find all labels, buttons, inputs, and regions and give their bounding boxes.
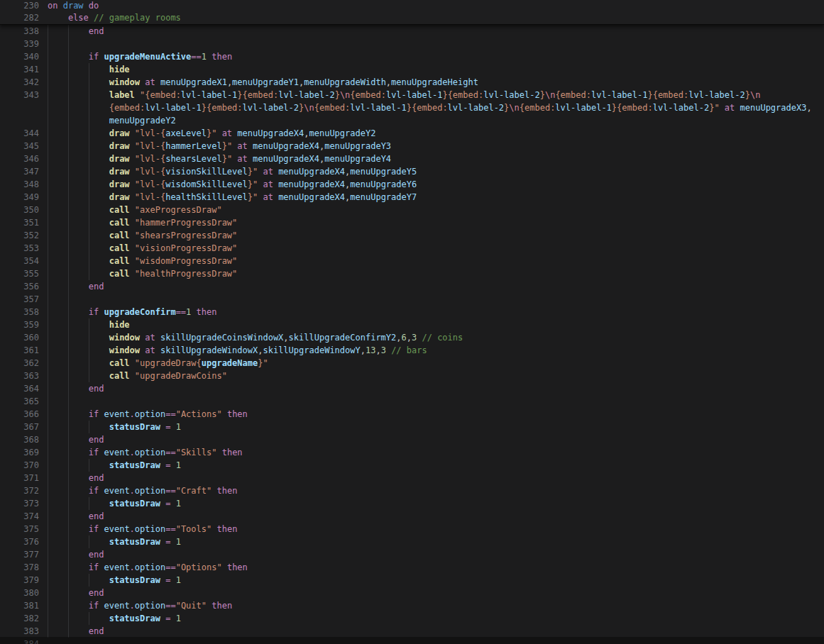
code-line[interactable]: 369if event.option=="Skills" then <box>0 446 824 459</box>
code-line-content[interactable]: end <box>48 625 824 638</box>
line-number[interactable]: 338 <box>0 25 39 38</box>
code-line[interactable]: 348draw "lvl-{wisdomSkillLevel}" at menu… <box>0 178 824 191</box>
code-line-content[interactable]: {embed:lvl-label-1}{embed:lvl-label-2}\n… <box>48 101 824 114</box>
code-line-content[interactable] <box>48 395 824 408</box>
code-line[interactable]: 361window at skillUpgradeWindowX,skillUp… <box>0 344 824 357</box>
code-line-content[interactable] <box>48 293 824 306</box>
line-number[interactable]: 361 <box>0 344 39 357</box>
code-line[interactable]: 376statusDraw = 1 <box>0 535 824 548</box>
code-line-content[interactable]: draw "lvl-{healthSkillLevel}" at menuUpg… <box>48 191 824 204</box>
code-line[interactable]: 355call "healthProgressDraw" <box>0 267 824 280</box>
line-number[interactable]: 351 <box>0 216 39 229</box>
code-line-content[interactable]: call "upgradeDrawCoins" <box>48 370 824 382</box>
code-line-content[interactable]: on draw do <box>48 0 824 12</box>
line-number[interactable]: 342 <box>0 76 39 89</box>
code-line-content[interactable]: if event.option=="Skills" then <box>48 446 824 459</box>
code-line[interactable]: 353call "visionProgressDraw" <box>0 242 824 255</box>
code-line[interactable]: 365 <box>0 395 824 408</box>
line-number[interactable]: 282 <box>0 12 39 24</box>
code-line[interactable]: 364end <box>0 382 824 395</box>
line-number[interactable]: 358 <box>0 306 39 318</box>
code-line-content[interactable]: window at skillUpgradeCoinsWindowX,skill… <box>48 331 824 344</box>
code-line-content[interactable]: statusDraw = 1 <box>48 421 824 433</box>
code-line[interactable]: 381if event.option=="Quit" then <box>0 599 824 612</box>
sticky-line[interactable]: 282else // gameplay rooms <box>0 12 824 24</box>
line-number[interactable]: 379 <box>0 574 39 587</box>
code-line[interactable]: 371end <box>0 472 824 484</box>
line-number[interactable]: 354 <box>0 255 39 267</box>
code-line[interactable]: 351call "hammerProgressDraw" <box>0 216 824 229</box>
line-number[interactable]: 340 <box>0 50 39 63</box>
code-line[interactable]: 373statusDraw = 1 <box>0 497 824 510</box>
code-line-content[interactable]: statusDraw = 1 <box>48 497 824 510</box>
code-line-content[interactable]: statusDraw = 1 <box>48 574 824 587</box>
line-number[interactable]: 341 <box>0 63 39 76</box>
code-line[interactable]: 367statusDraw = 1 <box>0 421 824 433</box>
line-number[interactable]: 381 <box>0 599 39 612</box>
code-line[interactable]: 378if event.option=="Options" then <box>0 561 824 574</box>
sticky-scroll[interactable]: 230on draw do282else // gameplay rooms <box>0 0 824 25</box>
code-line-content[interactable]: draw "lvl-{shearsLevel}" at menuUpgradeX… <box>48 152 824 165</box>
line-number[interactable]: 349 <box>0 191 39 204</box>
line-number[interactable]: 346 <box>0 152 39 165</box>
code-line[interactable]: 382statusDraw = 1 <box>0 612 824 625</box>
line-number[interactable]: 343 <box>0 89 39 101</box>
code-line[interactable]: 360window at skillUpgradeCoinsWindowX,sk… <box>0 331 824 344</box>
code-line[interactable]: 350call "axeProgressDraw" <box>0 204 824 216</box>
code-line[interactable]: 344draw "lvl-{axeLevel}" at menuUpgradeX… <box>0 127 824 140</box>
line-number[interactable]: 350 <box>0 204 39 216</box>
line-number[interactable]: 352 <box>0 229 39 242</box>
code-line-content[interactable]: if event.option=="Craft" then <box>48 484 824 497</box>
line-number[interactable]: 382 <box>0 612 39 625</box>
code-line-content[interactable]: if event.option=="Quit" then <box>48 599 824 612</box>
code-line-content[interactable]: statusDraw = 1 <box>48 535 824 548</box>
code-line[interactable]: 379statusDraw = 1 <box>0 574 824 587</box>
code-line[interactable]: 372if event.option=="Craft" then <box>0 484 824 497</box>
line-number[interactable]: 345 <box>0 140 39 152</box>
code-line-content[interactable]: if upgradeConfirm==1 then <box>48 306 824 318</box>
code-line[interactable]: menuUpgradeY2 <box>0 114 824 127</box>
line-number[interactable]: 384 <box>0 638 39 644</box>
code-line-content[interactable]: hide <box>48 318 824 331</box>
code-line[interactable]: 384 <box>0 638 824 644</box>
code-line-content[interactable] <box>48 638 824 644</box>
line-number[interactable]: 369 <box>0 446 39 459</box>
code-line-content[interactable]: call "hammerProgressDraw" <box>48 216 824 229</box>
code-line[interactable]: 347draw "lvl-{visionSkillLevel}" at menu… <box>0 165 824 178</box>
line-number[interactable]: 339 <box>0 38 39 50</box>
line-number[interactable]: 355 <box>0 267 39 280</box>
code-line[interactable]: 356end <box>0 280 824 293</box>
code-line[interactable]: 340if upgradeMenuActive==1 then <box>0 50 824 63</box>
line-number[interactable]: 363 <box>0 370 39 382</box>
code-line[interactable]: 341hide <box>0 63 824 76</box>
line-number[interactable]: 360 <box>0 331 39 344</box>
code-line-content[interactable]: call "healthProgressDraw" <box>48 267 824 280</box>
code-line-content[interactable]: call "shearsProgressDraw" <box>48 229 824 242</box>
code-line-content[interactable]: hide <box>48 63 824 76</box>
line-number[interactable]: 364 <box>0 382 39 395</box>
line-number[interactable]: 376 <box>0 535 39 548</box>
code-line[interactable]: 363call "upgradeDrawCoins" <box>0 370 824 382</box>
code-line-content[interactable] <box>48 38 824 50</box>
sticky-line[interactable]: 230on draw do <box>0 0 824 12</box>
code-line-content[interactable]: end <box>48 280 824 293</box>
code-line-content[interactable]: call "axeProgressDraw" <box>48 204 824 216</box>
code-line-content[interactable]: if event.option=="Actions" then <box>48 408 824 421</box>
code-line-content[interactable]: menuUpgradeY2 <box>48 114 824 127</box>
line-number[interactable]: 371 <box>0 472 39 484</box>
code-line[interactable]: 338end <box>0 25 824 38</box>
code-line-content[interactable]: call "wisdomProgressDraw" <box>48 255 824 267</box>
code-line[interactable]: 377end <box>0 548 824 561</box>
line-number[interactable]: 374 <box>0 510 39 523</box>
code-line[interactable]: 345draw "lvl-{hammerLevel}" at menuUpgra… <box>0 140 824 152</box>
line-number[interactable]: 347 <box>0 165 39 178</box>
code-line[interactable]: 375if event.option=="Tools" then <box>0 523 824 535</box>
line-number[interactable]: 353 <box>0 242 39 255</box>
code-line[interactable]: 352call "shearsProgressDraw" <box>0 229 824 242</box>
code-line[interactable]: 343label "{embed:lvl-label-1}{embed:lvl-… <box>0 89 824 101</box>
line-number[interactable]: 383 <box>0 625 39 638</box>
code-line[interactable]: 342window at menuUpgradeX1,menuUpgradeY1… <box>0 76 824 89</box>
code-line-content[interactable]: else // gameplay rooms <box>48 12 824 24</box>
line-number[interactable]: 373 <box>0 497 39 510</box>
code-line-content[interactable]: window at menuUpgradeX1,menuUpgradeY1,me… <box>48 76 824 89</box>
